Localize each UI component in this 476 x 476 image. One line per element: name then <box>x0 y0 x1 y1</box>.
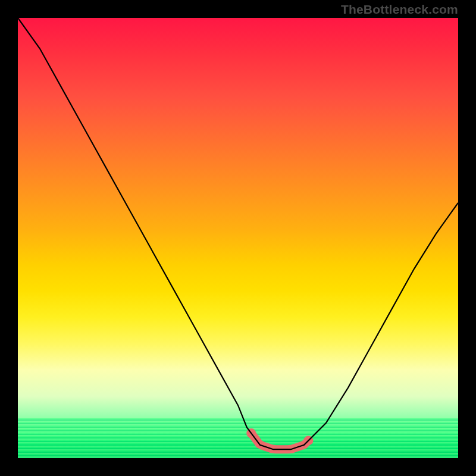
curve-layer <box>18 18 458 458</box>
watermark-text: TheBottleneck.com <box>341 2 458 17</box>
bottleneck-curve-line <box>18 18 458 449</box>
bottleneck-chart: TheBottleneck.com <box>0 0 476 476</box>
optimal-zone-highlight <box>246 428 313 449</box>
plot-area <box>18 18 458 458</box>
